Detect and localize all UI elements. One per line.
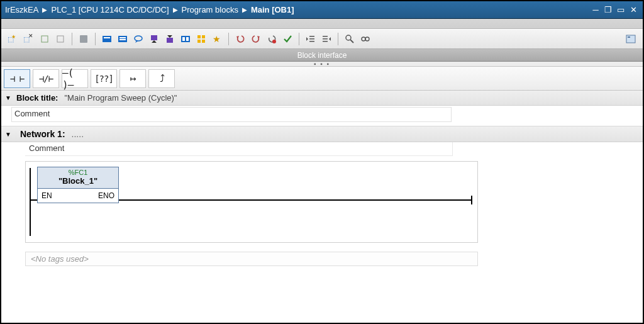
- svg-rect-16: [182, 37, 185, 41]
- palette-normally-closed-contact[interactable]: ⊣/⊢: [33, 69, 59, 88]
- breadcrumb-1[interactable]: PLC_1 [CPU 1214C DC/DC/DC]: [51, 5, 169, 14]
- palette-normally-open-contact[interactable]: ⊣ ⊢: [4, 69, 30, 88]
- svg-rect-24: [309, 36, 314, 37]
- comment-icon[interactable]: [131, 32, 145, 46]
- favorite-icon[interactable]: ★: [210, 32, 224, 46]
- undo-icon[interactable]: [233, 32, 247, 46]
- svg-point-12: [135, 36, 142, 41]
- monitor-icon[interactable]: [358, 32, 372, 46]
- minimize-button[interactable]: ─: [590, 5, 601, 15]
- breadcrumb-2[interactable]: Program blocks: [182, 5, 238, 14]
- wire-terminator: [471, 196, 472, 204]
- title-bar: IrEszkEA ▶ PLC_1 [CPU 1214C DC/DC/DC] ▶ …: [1, 1, 643, 19]
- tool-1-icon[interactable]: [38, 32, 52, 46]
- spacer-bar: [1, 19, 643, 29]
- svg-text:★: ★: [213, 34, 221, 44]
- block-interface-bar[interactable]: Block interface: [1, 49, 643, 62]
- power-rail: [30, 168, 31, 236]
- svg-point-30: [346, 35, 351, 40]
- svg-rect-27: [323, 36, 328, 37]
- svg-rect-11: [119, 39, 126, 40]
- svg-rect-18: [197, 35, 201, 38]
- svg-rect-20: [197, 40, 201, 43]
- svg-rect-14: [167, 38, 173, 43]
- block-title-label: Block title:: [16, 93, 58, 103]
- svg-text:★: ★: [11, 34, 16, 40]
- breadcrumb-separator-icon: ▶: [42, 6, 47, 13]
- svg-rect-10: [119, 37, 126, 38]
- palette-empty-box[interactable]: [??]: [91, 69, 117, 88]
- tool-2-icon[interactable]: [53, 32, 67, 46]
- network-header: ▼ Network 1: .....: [1, 126, 643, 142]
- network-comment-field[interactable]: Comment: [25, 142, 453, 156]
- palette-coil[interactable]: –( )–: [62, 69, 88, 88]
- download-icon[interactable]: [147, 32, 161, 46]
- palette-close-branch[interactable]: ⤴: [148, 69, 175, 88]
- svg-rect-4: [42, 36, 48, 42]
- block-title-row: ▼ Block title: "Main Program Sweep (Cycl…: [1, 91, 643, 106]
- fc-name: "Block_1": [38, 176, 118, 189]
- restore-button[interactable]: ❐: [602, 5, 614, 15]
- svg-point-33: [365, 37, 369, 41]
- network-body[interactable]: %FC1 "Block_1" EN ENO: [25, 161, 478, 243]
- view-b-icon[interactable]: [116, 32, 130, 46]
- wire: [31, 199, 37, 201]
- svg-line-31: [350, 40, 353, 43]
- svg-rect-7: [103, 36, 111, 42]
- svg-rect-8: [104, 37, 110, 38]
- ladder-palette: ⊣ ⊢ ⊣/⊢ –( )– [??] ↦ ⤴: [1, 67, 643, 91]
- view-c-icon[interactable]: [179, 32, 192, 46]
- stop-monitor-icon[interactable]: [265, 32, 279, 46]
- breadcrumb-0[interactable]: IrEszkEA: [5, 5, 38, 14]
- add-contact-icon[interactable]: ⬚★: [6, 32, 20, 46]
- properties-icon[interactable]: [624, 32, 638, 46]
- block-interface-label: Block interface: [297, 51, 347, 60]
- svg-point-32: [362, 37, 365, 41]
- breadcrumb-separator-icon: ▶: [173, 6, 178, 13]
- svg-rect-17: [186, 37, 189, 41]
- upload-icon[interactable]: [163, 32, 177, 46]
- svg-text:✕: ✕: [28, 34, 33, 39]
- svg-rect-25: [309, 38, 314, 40]
- view-a-icon[interactable]: [100, 32, 114, 46]
- close-button[interactable]: ✕: [628, 5, 639, 15]
- outdent-icon[interactable]: [304, 32, 318, 46]
- port-en: EN: [42, 191, 52, 200]
- svg-rect-13: [151, 35, 157, 40]
- collapse-block-icon[interactable]: ▼: [5, 94, 14, 101]
- fc-call-block[interactable]: %FC1 "Block_1" EN ENO: [37, 167, 119, 203]
- indent-icon[interactable]: [319, 32, 333, 46]
- view-d-icon[interactable]: [194, 32, 208, 46]
- network-subtitle[interactable]: .....: [72, 129, 84, 139]
- svg-point-23: [272, 40, 276, 43]
- svg-rect-19: [202, 35, 205, 38]
- svg-rect-35: [628, 36, 630, 38]
- delete-contact-icon[interactable]: ⬚✕: [22, 32, 36, 46]
- svg-rect-26: [309, 41, 314, 42]
- breadcrumb-separator-icon: ▶: [242, 6, 247, 13]
- block-title-value[interactable]: "Main Program Sweep (Cycle)": [64, 93, 177, 103]
- svg-rect-29: [323, 41, 328, 42]
- save-icon[interactable]: [77, 32, 91, 46]
- collapse-network-icon[interactable]: ▼: [5, 131, 14, 138]
- port-eno: ENO: [98, 191, 114, 200]
- svg-rect-6: [80, 35, 87, 43]
- maximize-button[interactable]: ▭: [615, 5, 626, 15]
- search-icon[interactable]: [343, 32, 357, 46]
- tags-used-field[interactable]: <No tags used>: [25, 252, 478, 266]
- svg-rect-5: [57, 36, 64, 42]
- block-comment-field[interactable]: Comment: [11, 107, 452, 122]
- network-label: Network 1:: [20, 129, 65, 139]
- svg-rect-28: [323, 38, 328, 40]
- redo-icon[interactable]: [249, 32, 263, 46]
- accept-icon[interactable]: [280, 32, 294, 46]
- main-toolbar: ⬚★ ⬚✕ ★: [1, 29, 643, 49]
- palette-open-branch[interactable]: ↦: [119, 69, 146, 88]
- fc-address: %FC1: [38, 167, 118, 176]
- breadcrumb-3[interactable]: Main [OB1]: [251, 5, 294, 14]
- wire: [119, 199, 471, 201]
- splitter[interactable]: ▪ ▪ ▪: [1, 62, 643, 67]
- svg-rect-34: [626, 35, 635, 43]
- svg-rect-21: [202, 40, 205, 43]
